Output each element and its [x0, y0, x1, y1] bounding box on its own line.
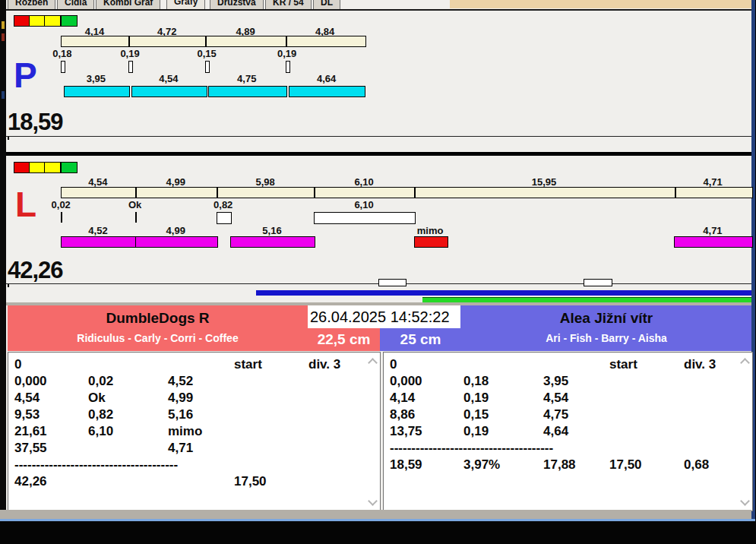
team-name-left: DumbleDogs R — [8, 310, 308, 327]
table-cell: 0,19 — [463, 424, 489, 439]
status-light — [14, 162, 30, 173]
axis-segment-label: 5,98 — [256, 176, 275, 188]
table-cell: 4,14 — [390, 391, 415, 406]
axis-segment-label: 4,89 — [236, 26, 255, 37]
run-bar — [414, 236, 448, 248]
axis-segment-label: 15,95 — [532, 176, 557, 188]
tab-dl[interactable]: DL — [313, 0, 340, 9]
table-row: 0,0000,183,95 — [384, 374, 752, 391]
table-cell: 13,75 — [390, 424, 422, 439]
desktop-speck — [2, 33, 5, 41]
tab-bar: RozbehČidlaKombi GrafGrafyDružstvaKR / 5… — [8, 0, 450, 9]
table-cell: 4,64 — [543, 424, 568, 439]
table-row: 42,2617,50 — [8, 474, 380, 491]
axis-segment-divider — [286, 36, 287, 46]
table-cell: 0,82 — [88, 407, 113, 422]
table-row: 37,554,71 — [8, 441, 380, 457]
timeline-bar-blue — [256, 290, 751, 296]
table-row: 4,54Ok4,99 — [8, 391, 380, 407]
tab--idla[interactable]: Čidla — [57, 0, 94, 9]
run-bar — [131, 86, 207, 97]
titlebar-remnant — [450, 0, 751, 8]
marker-label: 0,18 — [52, 48, 71, 59]
score-table-left[interactable]: 0startdiv. 30,0000,024,524,54Ok4,999,530… — [8, 352, 381, 511]
table-row: 0,0000,024,52 — [8, 374, 380, 391]
table-row: -------------------------------------- — [384, 441, 752, 457]
sensor-window-box — [584, 279, 612, 286]
app-screen: RozbehČidlaKombi GrafGrafyDružstvaKR / 5… — [0, 0, 756, 544]
table-cell: 17,50 — [609, 457, 642, 473]
tab-rozbeh[interactable]: Rozbeh — [8, 0, 55, 9]
axis-segment-label: 4,72 — [157, 26, 176, 37]
table-cell: 0,000 — [390, 374, 422, 389]
table-row: 4,140,194,54 — [384, 391, 752, 407]
marker-box — [286, 61, 290, 73]
marker-tick — [135, 212, 137, 223]
status-light — [44, 15, 61, 27]
marker-label: 0,02 — [52, 199, 71, 210]
tab-kombi-graf[interactable]: Kombi Graf — [96, 0, 160, 9]
run-time-label: 4,54 — [159, 73, 178, 84]
table-cell: 4,52 — [168, 374, 193, 389]
axis-segment-label: 4,99 — [166, 176, 185, 188]
run-bar — [289, 86, 366, 97]
marker-label: Ok — [128, 199, 141, 210]
table-cell: 4,71 — [168, 441, 193, 456]
table-cell: 37,55 — [14, 441, 47, 456]
table-cell: 0,68 — [684, 457, 709, 473]
table-cell: start — [234, 357, 262, 372]
desktop-edge — [0, 0, 6, 544]
table-cell: 3,97% — [463, 457, 500, 473]
table-cell: 17,50 — [234, 474, 267, 489]
table-row: 0startdiv. 3 — [384, 357, 752, 374]
marker-label: 0,19 — [120, 48, 139, 59]
total-time-L: 42,26 — [8, 257, 63, 284]
tab-dru-stva[interactable]: Družstva — [210, 0, 264, 9]
marker-box — [128, 61, 133, 73]
table-cell: 4,54 — [14, 391, 40, 406]
panel-letter-P: P — [14, 58, 37, 93]
status-light — [44, 162, 61, 173]
axis-segment-divider — [675, 188, 676, 198]
run-time-label: 4,64 — [317, 73, 336, 84]
tab-grafy[interactable]: Grafy — [166, 0, 205, 9]
status-light — [29, 15, 46, 27]
axis-segment-label: 4,71 — [704, 176, 723, 188]
run-time-label: 4,52 — [88, 225, 107, 236]
table-cell: 6,10 — [88, 424, 113, 439]
run-time-label: 4,71 — [703, 225, 722, 236]
marker-label: 0,82 — [214, 199, 232, 210]
run-chart-P: 4,144,724,894,840,180,190,150,193,954,54… — [6, 11, 751, 152]
table-row: 13,750,194,64 — [384, 424, 752, 441]
axis-segment-label: 6,10 — [354, 176, 373, 188]
axis-segment-divider — [205, 36, 207, 46]
table-cell: -------------------------------------- — [390, 441, 553, 456]
table-row: 9,530,825,16 — [8, 407, 380, 424]
table-row: -------------------------------------- — [8, 457, 380, 474]
category-right: 25 cm — [380, 331, 461, 348]
table-cell: 0 — [390, 357, 397, 372]
score-table-right[interactable]: 0startdiv. 30,0000,183,954,140,194,548,8… — [383, 352, 753, 511]
table-cell: 17,88 — [543, 457, 576, 473]
marker-box — [314, 212, 415, 224]
marker-label: 0,19 — [277, 48, 296, 59]
run-bar — [135, 236, 218, 248]
sensor-window-box — [378, 279, 406, 286]
table-row: 0startdiv. 3 — [8, 357, 380, 374]
axis-segment-divider — [314, 188, 315, 198]
axis-segment-divider — [128, 36, 130, 46]
table-cell: 0,19 — [463, 391, 489, 406]
panel-letter-L: L — [15, 187, 36, 222]
tab-kr-54[interactable]: KR / 54 — [265, 0, 312, 9]
table-cell: 42,26 — [14, 474, 47, 489]
status-light — [29, 162, 46, 173]
run-time-label: 3,95 — [87, 73, 106, 84]
table-cell: Ok — [88, 391, 106, 406]
axis-notch — [8, 284, 9, 287]
run-bar — [64, 86, 130, 97]
category-left: 22,5 cm — [308, 331, 380, 348]
marker-label: 0,15 — [197, 48, 216, 59]
table-cell: 0,18 — [463, 374, 489, 389]
axis-segment-divider — [414, 188, 416, 198]
status-light — [61, 15, 77, 27]
